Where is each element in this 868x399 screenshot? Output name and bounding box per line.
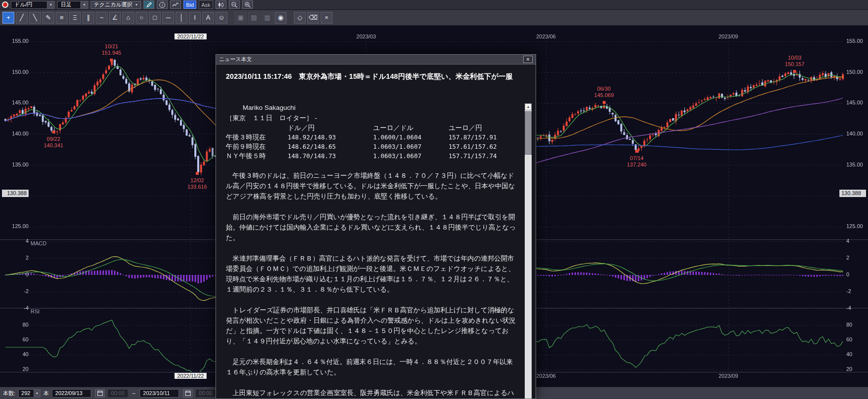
calendar-from-button[interactable] [95, 389, 105, 398]
tool-gann-angle-button[interactable]: ∠ [109, 12, 121, 24]
annotation-marker [196, 172, 199, 175]
news-modal-titlebar[interactable]: ニュース本文 ✕ [216, 55, 536, 65]
chevron-down-icon[interactable]: ▼ [80, 1, 88, 8]
tool-eraser-button[interactable]: ◇ [294, 12, 306, 24]
date-axis-label-bottom: 2023/06 [536, 373, 556, 379]
price-axis-label: 135.00 [5, 162, 29, 167]
fx-trading-app: ドル/円 ▼ 日足 ▼ テクニカル選択 ▼ i Bid Ask [0, 0, 868, 399]
bar-count-input[interactable]: 292 ▼ [18, 389, 40, 398]
tool-rectangle-button[interactable]: □ [149, 12, 161, 24]
price-axis-label: 155.00 [846, 38, 868, 44]
news-scrollbar[interactable]: ▲ [525, 103, 532, 399]
tool-horizontal-line-button[interactable]: ─ [162, 12, 174, 24]
quote-value: 157.87/157.91 [448, 133, 518, 142]
quote-row-label: 午後３時現在 [226, 133, 288, 142]
quote-table-row: 午後３時現在148.92/148.931.0600/1.0604157.87/1… [226, 133, 518, 142]
pair-selector[interactable]: ドル/円 ▼ [11, 1, 55, 9]
scrollbar-thumb[interactable] [525, 111, 532, 155]
date-axis-label-bottom: 2023/09 [719, 373, 738, 379]
annotation-marker [635, 150, 638, 153]
tool-snapshot-button: ▥ [261, 12, 273, 24]
news-paragraph: 米連邦準備理事会（ＦＲＢ）高官によるハト派的な発言を受けて、市場では年内の連邦公… [226, 253, 518, 295]
news-article: 午後３時のドルは、前日のニューヨーク市場終盤（１４８．７０／７３円）に比べて小幅… [226, 170, 518, 399]
news-dateline: ［東京 １１日 ロイター］ - [226, 113, 518, 123]
tool-trendline-button[interactable]: ╱ [16, 12, 28, 24]
price-axis-label: 140.00 [846, 131, 868, 136]
news-modal: ニュース本文 ✕ 2023/10/11 15:17:46 東京外為市場・15時＝… [216, 54, 536, 399]
macd-scale-label: 2 [5, 255, 29, 261]
calendar-icon [97, 390, 103, 396]
tool-cursor-button[interactable]: I [189, 12, 201, 24]
tool-pentagon-button[interactable]: ⌂ [122, 12, 134, 24]
date-to-input[interactable]: 2023/10/11 [140, 389, 179, 398]
time-from-value: 00:00 [111, 390, 125, 396]
timeframe-selector-value: 日足 [58, 1, 80, 8]
technical-select-button[interactable]: テクニカル選択 ▼ [91, 1, 141, 9]
close-icon[interactable]: ✕ [523, 56, 533, 63]
tool-text-button[interactable]: A [202, 12, 214, 24]
tool-delete-drawing-button[interactable]: ⌫ [307, 12, 319, 24]
info-icon: i [159, 2, 165, 8]
news-paragraph: 午後３時のドルは、前日のニューヨーク市場終盤（１４８．７０／７３円）に比べて小幅… [226, 170, 518, 201]
quote-value: 148.62/148.65 [288, 142, 373, 151]
tool-channel-button[interactable]: ∥ [82, 12, 94, 24]
tool-curve-button[interactable]: ~ [96, 12, 108, 24]
scroll-up-arrow[interactable]: ▲ [525, 103, 532, 110]
tool-line-segment-button[interactable]: ╲ [29, 12, 41, 24]
draw-palette-button[interactable] [144, 0, 154, 9]
macd-scale-label: 4 [5, 238, 29, 244]
quote-row-label: 午前９時現在 [226, 142, 288, 151]
macd-scale-label: 2 [846, 255, 868, 261]
date-axis-label-bottom: 2022/11/22 [175, 373, 206, 379]
tool-fibonacci-retracement-button[interactable]: Ξ [69, 12, 81, 24]
price-axis-label: 145.00 [5, 100, 29, 105]
date-from-value: 2022/09/13 [55, 390, 82, 396]
news-paragraph: 足元の米長期金利は４．６４％付近。前週末６日には、一時４．８８％付近と２００７年… [226, 357, 518, 377]
calendar-to-button[interactable] [183, 389, 192, 398]
tool-parallel-lines-button[interactable]: ≡ [56, 12, 68, 24]
bar-count-value: 292 [19, 390, 34, 397]
news-modal-title: ニュース本文 [219, 56, 252, 63]
chart-style-button[interactable] [170, 0, 181, 9]
rsi-scale-label: 60 [5, 336, 29, 342]
tool-freehand-button[interactable]: ✎ [42, 12, 54, 24]
chart-annotation: 06/30145.069 [594, 86, 614, 99]
price-axis-label: 150.00 [5, 69, 29, 75]
range-separator: ～ [131, 390, 137, 397]
annotation-date: 07/14 [627, 155, 647, 162]
chevron-down-icon[interactable]: ▼ [34, 390, 40, 397]
annotation-date: 09/22 [44, 136, 64, 142]
time-to-value: 00:00 [199, 390, 213, 396]
tool-vertical-line-button[interactable]: │ [176, 12, 187, 24]
zoom-out-button[interactable] [229, 0, 240, 9]
tool-clear-all-button[interactable]: × [321, 12, 332, 24]
drawing-toolbar: +╱╲✎≡Ξ∥~∠⌂○□─│IA☺▣▤▥◉◇⌫× [0, 10, 868, 26]
macd-scale-label: 0 [846, 271, 868, 277]
chevron-down-icon: ▼ [135, 3, 138, 6]
bid-button[interactable]: Bid [183, 0, 196, 9]
price-axis-label: 140.00 [5, 131, 29, 136]
bar-count-label: 本数: [3, 390, 15, 397]
tool-ellipse-button[interactable]: ○ [136, 12, 147, 24]
time-from-input: 00:00 [108, 389, 128, 398]
rsi-scale-label: 60 [846, 336, 868, 342]
quote-table-header: ユーロ／円 [448, 123, 518, 133]
chart-annotation: 07/14137.240 [627, 155, 647, 168]
info-button[interactable]: i [157, 0, 168, 9]
chevron-down-icon[interactable]: ▼ [47, 1, 54, 8]
date-from-input[interactable]: 2022/09/13 [52, 389, 91, 398]
quote-value: 1.0603/1.0607 [373, 142, 449, 151]
currency-pair-icon [2, 1, 8, 8]
tool-magnifier-button[interactable]: ◉ [275, 12, 287, 24]
quote-table-header: ドル／円 [288, 123, 373, 133]
chart-type-button[interactable] [216, 0, 226, 9]
price-marker-badge-left: 130.388 [2, 190, 29, 197]
tool-icon-stamp-button[interactable]: ☺ [216, 12, 227, 24]
ask-button[interactable]: Ask [199, 0, 213, 9]
line-chart-icon [172, 2, 179, 7]
annotation-price: 150.157 [785, 61, 805, 67]
zoom-in-icon [244, 1, 251, 8]
zoom-in-button[interactable] [242, 0, 253, 9]
tool-crosshair-button[interactable]: + [2, 12, 14, 24]
timeframe-selector[interactable]: 日足 ▼ [57, 1, 88, 9]
